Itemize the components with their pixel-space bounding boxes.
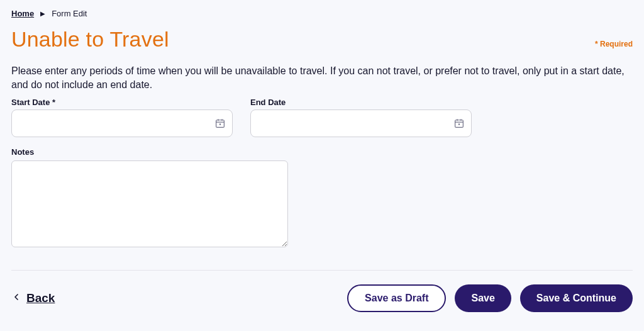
svg-rect-4 bbox=[219, 123, 221, 125]
page-title: Unable to Travel bbox=[11, 27, 169, 52]
end-date-input[interactable] bbox=[250, 109, 472, 137]
notes-textarea[interactable] bbox=[11, 160, 288, 247]
form-footer: Back Save as Draft Save Save & Continue bbox=[11, 284, 633, 312]
arrow-left-icon bbox=[11, 291, 21, 305]
save-button[interactable]: Save bbox=[455, 284, 511, 312]
breadcrumb-home-link[interactable]: Home bbox=[11, 9, 34, 18]
end-date-field: End Date bbox=[250, 98, 472, 137]
start-date-input[interactable] bbox=[11, 109, 233, 137]
start-date-label: Start Date * bbox=[11, 98, 233, 107]
calendar-icon[interactable] bbox=[453, 117, 465, 130]
notes-label: Notes bbox=[11, 147, 633, 157]
back-link[interactable]: Back bbox=[11, 291, 55, 305]
end-date-label: End Date bbox=[250, 98, 472, 107]
chevron-right-icon: ▶ bbox=[40, 10, 45, 17]
breadcrumb-current: Form Edit bbox=[52, 9, 87, 18]
save-as-draft-button[interactable]: Save as Draft bbox=[347, 284, 446, 312]
svg-rect-9 bbox=[458, 123, 460, 125]
breadcrumb: Home ▶ Form Edit bbox=[11, 9, 633, 18]
required-indicator: * Required bbox=[595, 40, 633, 48]
form-instructions: Please enter any periods of time when yo… bbox=[11, 64, 633, 93]
notes-field: Notes bbox=[11, 147, 633, 247]
start-date-field: Start Date * bbox=[11, 98, 233, 137]
save-and-continue-button[interactable]: Save & Continue bbox=[520, 284, 633, 312]
calendar-icon[interactable] bbox=[214, 117, 226, 130]
divider bbox=[11, 270, 633, 271]
back-link-label: Back bbox=[26, 291, 55, 305]
page-header: Unable to Travel * Required bbox=[11, 27, 633, 52]
